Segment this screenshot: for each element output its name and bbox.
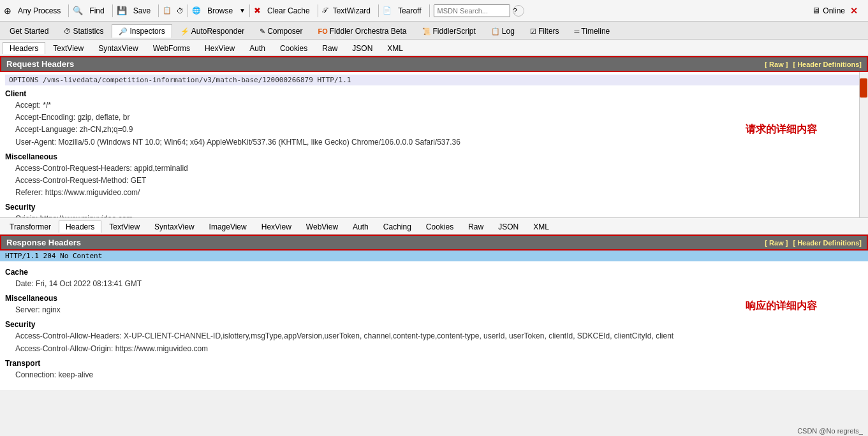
response-panel-header: Response Headers [ Raw ] [ Header Defini… [0, 235, 868, 251]
msdn-search-input[interactable] [434, 4, 510, 17]
main-content: Headers TextView SyntaxView WebForms Hex… [0, 40, 868, 418]
response-tab-hexview[interactable]: HexView [254, 221, 298, 233]
tab-timeline[interactable]: ═ Timeline [568, 24, 617, 38]
request-raw-link[interactable]: [ Raw ] [765, 61, 788, 68]
request-tab-json[interactable]: JSON [345, 42, 379, 54]
response-panel-title: Response Headers [6, 238, 81, 247]
request-tab-cookies[interactable]: Cookies [273, 42, 314, 54]
request-tab-syntaxview[interactable]: SyntaxView [91, 42, 145, 54]
tab-log[interactable]: 📋 Log [484, 24, 522, 38]
composer-icon: ✎ [260, 27, 265, 36]
request-panel-links: [ Raw ] [ Header Definitions] [765, 61, 862, 68]
response-tab-syntaxview[interactable]: SyntaxView [147, 221, 201, 233]
response-group-misc: Miscellaneous Server: nginx [5, 294, 863, 316]
response-tab-raw[interactable]: Raw [461, 221, 490, 233]
request-panel-header: Request Headers [ Raw ] [ Header Definit… [0, 56, 868, 72]
tab-fiddler-orchestra[interactable]: FO Fiddler Orchestra Beta [311, 24, 414, 38]
fiddlerscript-icon: 📜 [422, 27, 431, 36]
request-header-acr-headers: Access-Control-Request-Headers: appid,te… [5, 163, 863, 175]
tab-composer[interactable]: ✎ Composer [253, 24, 309, 38]
response-tab-headers[interactable]: Headers [59, 221, 101, 233]
request-tab-auth[interactable]: Auth [242, 42, 272, 54]
response-group-security-title: Security [5, 320, 863, 329]
separator-6 [318, 4, 318, 17]
response-http-selected-line: HTTP/1.1 204 No Content [0, 251, 868, 261]
tab-filters[interactable]: ☑ Filters [523, 24, 566, 38]
any-process-button[interactable]: Any Process [14, 5, 64, 17]
request-panel-content: OPTIONS /vms-livedata/competition-inform… [0, 72, 868, 218]
clear-cache-button[interactable]: Clear Cache [263, 5, 314, 17]
separator-8 [429, 4, 430, 17]
save-button[interactable]: Save [129, 5, 154, 17]
request-group-client-title: Client [5, 89, 863, 98]
browse-icon: 🌐 [192, 6, 201, 15]
request-header-accept-language: Accept-Language: zh-CN,zh;q=0.9 [5, 124, 863, 136]
log-icon: 📋 [491, 27, 500, 36]
textwizard-button[interactable]: TextWizard [329, 5, 374, 17]
save-icon: 💾 [117, 6, 127, 15]
online-section: 🖥 Online ✕ [808, 4, 864, 17]
response-tab-webview[interactable]: WebView [299, 221, 345, 233]
request-section: Headers TextView SyntaxView WebForms Hex… [0, 40, 868, 218]
request-scroll-thumb[interactable] [860, 78, 867, 98]
tab-fiddlerscript[interactable]: 📜 FiddlerScript [415, 24, 483, 38]
help-button[interactable]: ? [513, 5, 524, 17]
response-tab-json[interactable]: JSON [491, 221, 526, 233]
separator-5 [249, 4, 250, 17]
response-panel-content: Cache Date: Fri, 14 Oct 2022 08:13:41 GM… [0, 261, 868, 390]
response-header-date: Date: Fri, 14 Oct 2022 08:13:41 GMT [5, 278, 863, 290]
request-tab-hexview[interactable]: HexView [198, 42, 242, 54]
response-header-server: Server: nginx [5, 304, 863, 316]
textwizard-icon: 𝒯 [322, 6, 327, 15]
request-tab-webforms[interactable]: WebForms [146, 42, 197, 54]
response-tab-transformer[interactable]: Transformer [3, 221, 58, 233]
online-label[interactable]: Online [823, 6, 845, 15]
request-scrollbar[interactable] [859, 72, 868, 218]
request-tab-xml[interactable]: XML [380, 42, 410, 54]
response-group-misc-title: Miscellaneous [5, 294, 863, 303]
request-group-misc-title: Miscellaneous [5, 152, 863, 161]
response-raw-link[interactable]: [ Raw ] [765, 239, 788, 247]
request-tab-headers[interactable]: Headers [3, 42, 45, 54]
response-tab-xml[interactable]: XML [526, 221, 556, 233]
fo-icon: FO [318, 27, 328, 35]
nav-tabs: Get Started ⏱ Statistics 🔎 Inspectors ⚡ … [0, 22, 868, 40]
target-icon: ⊕ [4, 6, 11, 16]
close-button[interactable]: ✕ [848, 6, 860, 16]
response-tab-imageview[interactable]: ImageView [202, 221, 254, 233]
response-section: Transformer Headers TextView SyntaxView … [0, 218, 868, 390]
request-header-origin: Origin: https://www.miguvideo.com [5, 213, 863, 218]
tab-inspectors[interactable]: 🔎 Inspectors [112, 24, 172, 38]
request-http-line: OPTIONS /vms-livedata/competition-inform… [5, 75, 863, 85]
filters-icon: ☑ [530, 27, 536, 36]
response-tab-auth[interactable]: Auth [346, 221, 376, 233]
response-group-transport-title: Transport [5, 359, 863, 368]
response-group-security: Security Access-Control-Allow-Headers: X… [5, 320, 863, 354]
request-header-acr-method: Access-Control-Request-Method: GET [5, 175, 863, 187]
find-button[interactable]: Find [85, 5, 108, 17]
request-header-referer: Referer: https://www.miguvideo.com/ [5, 187, 863, 199]
tearoff-button[interactable]: Tearoff [394, 5, 425, 17]
separator-3 [158, 4, 159, 17]
browse-button[interactable]: Browse [203, 5, 237, 17]
request-tab-raw[interactable]: Raw [315, 42, 344, 54]
response-group-cache: Cache Date: Fri, 14 Oct 2022 08:13:41 GM… [5, 268, 863, 290]
request-header-definitions-link[interactable]: [ Header Definitions] [793, 61, 862, 68]
separator-4 [188, 4, 188, 17]
separator-7 [378, 4, 379, 17]
response-header-aca-origin: Access-Control-Allow-Origin: https://www… [5, 343, 863, 355]
response-tab-caching[interactable]: Caching [376, 221, 418, 233]
tab-get-started[interactable]: Get Started [3, 24, 55, 38]
response-header-definitions-link[interactable]: [ Header Definitions] [793, 239, 862, 247]
request-tab-textview[interactable]: TextView [46, 42, 91, 54]
response-tab-cookies[interactable]: Cookies [419, 221, 460, 233]
find-icon: 🔍 [73, 6, 83, 15]
tearoff-icon: 📄 [383, 6, 392, 15]
request-panel-title: Request Headers [6, 59, 74, 69]
response-tab-textview[interactable]: TextView [102, 221, 147, 233]
browse-arrow-icon[interactable]: ▼ [239, 7, 246, 14]
response-header-connection: Connection: keep-alive [5, 369, 863, 381]
tab-statistics[interactable]: ⏱ Statistics [57, 24, 110, 38]
tab-autoresponder[interactable]: ⚡ AutoResponder [173, 24, 251, 38]
online-icon: 🖥 [812, 6, 820, 15]
